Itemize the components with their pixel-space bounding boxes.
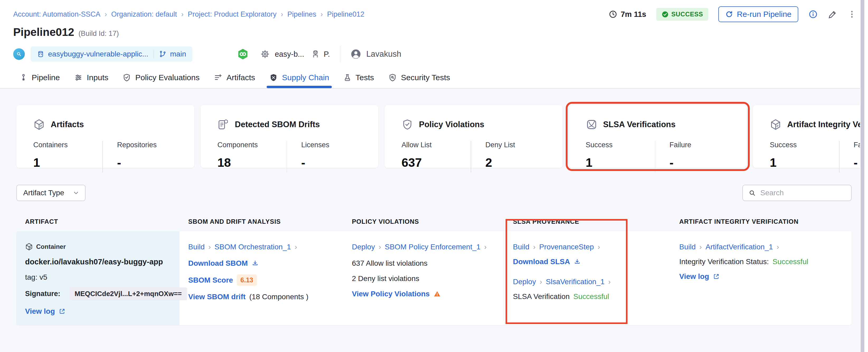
- artifact-type: Container: [36, 243, 66, 250]
- deny-violations: 2 Deny list violations: [352, 275, 495, 283]
- view-log-link[interactable]: View log: [679, 272, 709, 281]
- download-sbom-link[interactable]: Download SBOM: [188, 259, 248, 267]
- tab-bar: Pipeline Inputs Policy Evaluations Artif…: [0, 68, 868, 88]
- sliders-icon: [74, 73, 83, 82]
- col-sbom: SBOM AND DRIFT ANALYSIS: [180, 218, 343, 225]
- sbom-stage-link[interactable]: Build: [188, 243, 211, 251]
- supply-chain-content: Artifacts Containers 1 Repositories - De…: [0, 89, 868, 325]
- view-policy-violations-link[interactable]: View Policy Violations: [352, 290, 430, 298]
- tab-tests[interactable]: Tests: [343, 68, 374, 88]
- scrollbar-thumb[interactable]: [861, 0, 864, 352]
- policy-stage-link[interactable]: Deploy: [352, 243, 381, 251]
- stat-containers: Containers 1: [33, 141, 102, 172]
- slsa-status-label: SLSA Verification: [513, 292, 570, 301]
- harness-ci-icon: [237, 48, 249, 60]
- more-menu-icon[interactable]: [847, 10, 857, 19]
- policy-cell: Deploy SBOM Policy Enforcement_1 637 All…: [343, 231, 504, 325]
- cube-icon: [33, 119, 45, 130]
- summary-cards: Artifacts Containers 1 Repositories - De…: [17, 105, 851, 168]
- slsa-cell: Build ProvenanceStep Download SLSA Deplo…: [504, 231, 671, 325]
- shield-check-icon: [402, 119, 413, 130]
- execution-duration: 7m 11s: [609, 10, 646, 19]
- duration-text: 7m 11s: [621, 10, 646, 19]
- breadcrumb-pipelines[interactable]: Pipelines: [287, 10, 327, 19]
- chevron-down-icon: [72, 189, 80, 197]
- build-id: (Build Id: 17): [79, 30, 119, 38]
- breadcrumb: Account: Automation-SSCA Organization: d…: [13, 10, 364, 19]
- breadcrumb-organization[interactable]: Organization: default: [111, 10, 188, 19]
- rerun-pipeline-button[interactable]: Re-run Pipeline: [718, 6, 798, 22]
- shield-check-icon: [123, 73, 131, 82]
- trigger-pipeline-name: easy-b...: [275, 50, 304, 59]
- slsa-verification-step-link[interactable]: SlsaVerification_1: [546, 278, 611, 286]
- slsa-deploy-stage-link[interactable]: Deploy: [513, 278, 542, 286]
- refresh-icon: [725, 10, 733, 18]
- external-link-icon: [713, 273, 720, 280]
- filter-row: Artifact Type: [17, 185, 851, 201]
- artifact-image: docker.io/lavakush07/easy-buggy-app: [25, 258, 170, 266]
- tab-label: Pipeline: [32, 73, 60, 82]
- cube-icon: [770, 119, 781, 130]
- stat-divider: [655, 141, 655, 172]
- stat-slsa-failure: Failure -: [670, 141, 739, 172]
- artifact-verification-step-link[interactable]: ArtifactVerification_1: [706, 243, 779, 251]
- info-icon[interactable]: [808, 9, 818, 19]
- repo-chip[interactable]: easybuggy-vulnerable-applic... main: [31, 46, 192, 62]
- branch-name: main: [170, 50, 186, 58]
- policy-step-link[interactable]: SBOM Policy Enforcement_1: [385, 243, 487, 251]
- card-title: SLSA Verifications: [603, 120, 676, 129]
- sbom-step-link[interactable]: SBOM Orchestration_1: [215, 243, 297, 251]
- breadcrumb-project[interactable]: Project: Product Exploratory: [188, 10, 287, 19]
- tab-pipeline[interactable]: Pipeline: [20, 68, 60, 88]
- repository-icon: [37, 51, 44, 58]
- flask-icon: [343, 74, 351, 82]
- artifact-table: ARTIFACT SBOM AND DRIFT ANALYSIS POLICY …: [17, 212, 851, 325]
- tab-artifacts[interactable]: Artifacts: [214, 68, 255, 88]
- repo-name: easybuggy-vulnerable-applic...: [48, 50, 148, 58]
- card-artifact-integrity: Artifact Integrity Verification Success …: [753, 105, 868, 168]
- tab-label: Security Tests: [401, 73, 450, 82]
- sbom-score-link[interactable]: SBOM Score: [188, 276, 233, 284]
- header-actions: 7m 11s SUCCESS Re-run Pipeline: [609, 6, 857, 22]
- card-sbom-drifts: Detected SBOM Drifts Components 18 Licen…: [200, 105, 378, 168]
- sbom-drift-count: (18 Components ): [249, 293, 308, 301]
- infrastructure-icon: [311, 50, 320, 59]
- slsa-build-stage-link[interactable]: Build: [513, 243, 536, 251]
- view-log-link[interactable]: View log: [25, 307, 55, 316]
- stat-divider: [102, 141, 103, 172]
- security-shield-icon: [388, 73, 397, 82]
- signature-value[interactable]: MEQCICde2Vjl...L+2+mqnOXw==: [69, 287, 187, 300]
- tab-security-tests[interactable]: Security Tests: [388, 68, 450, 88]
- stat-divider: [839, 141, 839, 172]
- trigger-initial: P.: [324, 50, 330, 59]
- container-icon: [25, 243, 33, 251]
- status-badge: SUCCESS: [656, 8, 708, 21]
- tab-label: Supply Chain: [282, 73, 329, 82]
- search-input[interactable]: [760, 189, 846, 197]
- edit-icon[interactable]: [828, 9, 837, 19]
- status-text: SUCCESS: [671, 10, 703, 18]
- artifact-type-select[interactable]: Artifact Type: [17, 185, 86, 201]
- tab-policy-evaluations[interactable]: Policy Evaluations: [123, 68, 199, 88]
- sbom-score-badge: 6.13: [237, 275, 257, 286]
- gear-icon: [260, 49, 270, 59]
- card-artifacts: Artifacts Containers 1 Repositories -: [17, 105, 194, 168]
- tab-inputs[interactable]: Inputs: [74, 68, 108, 88]
- branch-icon: [159, 51, 166, 58]
- pipeline-icon: [20, 74, 27, 82]
- provenance-step-link[interactable]: ProvenanceStep: [539, 243, 600, 251]
- search-box: [742, 185, 851, 201]
- stat-integrity-success: Success 1: [770, 141, 839, 172]
- breadcrumb-account[interactable]: Account: Automation-SSCA: [13, 10, 111, 19]
- artifact-cell: Container docker.io/lavakush07/easy-bugg…: [17, 231, 180, 325]
- breadcrumb-pipeline012[interactable]: Pipeline012: [327, 10, 364, 19]
- view-sbom-drift-link[interactable]: View SBOM drift: [188, 293, 246, 301]
- scrollbar-track: [860, 0, 868, 352]
- warning-icon: [433, 290, 441, 298]
- download-slsa-link[interactable]: Download SLSA: [513, 258, 570, 266]
- integrity-status-value: Successful: [772, 258, 808, 266]
- rerun-label: Re-run Pipeline: [737, 10, 792, 19]
- meta-divider: [340, 46, 341, 62]
- integrity-stage-link[interactable]: Build: [679, 243, 702, 251]
- tab-supply-chain[interactable]: Supply Chain: [269, 68, 329, 88]
